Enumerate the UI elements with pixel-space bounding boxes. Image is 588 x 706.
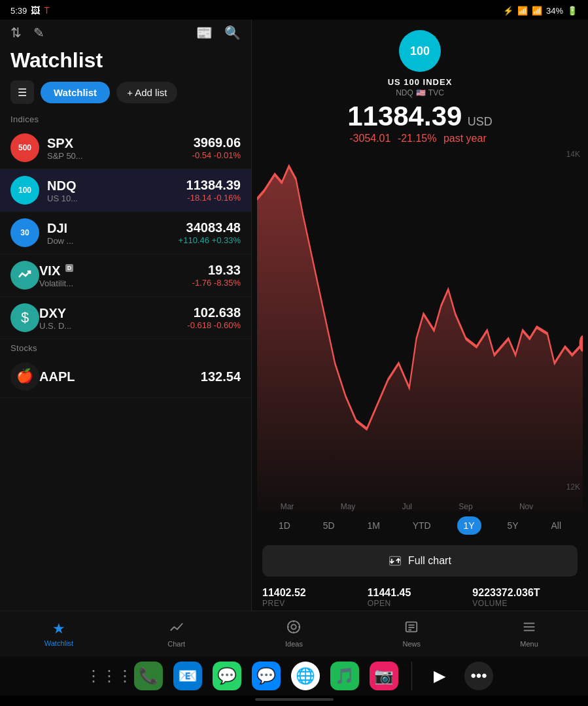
edit-icon[interactable]: ✎ (33, 25, 44, 41)
aapl-values: 132.54 (201, 369, 241, 384)
ideas-nav-label: Ideas (285, 640, 303, 648)
dji-info: DJI Dow ... (47, 220, 179, 246)
range-1m[interactable]: 1M (360, 516, 386, 535)
dock-grid[interactable]: ⋮⋮⋮ (95, 662, 124, 690)
vix-d-badge: D (65, 264, 74, 272)
dock-more[interactable]: ••• (464, 662, 493, 690)
svg-point-3 (288, 621, 300, 633)
nav-news[interactable]: News (353, 611, 470, 656)
list-item-ndq[interactable]: 100 NDQ US 10... 11384.39 -18.14 -0.16% (0, 169, 251, 212)
dock-camera[interactable]: 📷 (370, 662, 398, 690)
range-5d[interactable]: 5D (317, 516, 341, 535)
toolbar-right-icons: 📰 🔍 (196, 25, 241, 41)
dock-spotify[interactable]: 🎵 (330, 662, 359, 690)
price-chart (257, 150, 583, 511)
ndq-price: 11384.39 (186, 178, 241, 193)
status-tesla-icon: T (44, 5, 50, 16)
aapl-ticker: AAPL (39, 369, 201, 384)
nav-menu[interactable]: Menu (470, 611, 588, 656)
dji-ticker: DJI (47, 220, 179, 236)
stat-volume-value: 9223372.036T (472, 587, 578, 599)
range-ytd[interactable]: YTD (406, 516, 438, 535)
detail-badge: 100 (399, 30, 441, 72)
dock-divider (411, 662, 412, 690)
ndq-change: -18.14 -0.16% (186, 193, 241, 203)
status-bar: 5:39 🖼 T ⚡ 📶 📶 34% 🔋 (0, 0, 588, 20)
watchlist-panel: ⇅ ✎ 📰 🔍 Watchlist ☰ Watchlist + Add list… (0, 20, 252, 611)
list-item-aapl[interactable]: 🍎 AAPL 132.54 (0, 356, 251, 398)
ndq-info: NDQ US 10... (47, 178, 186, 203)
menu-nav-label: Menu (520, 640, 538, 648)
spx-info: SPX S&P 50... (47, 135, 192, 161)
detail-source-flag: 🇺🇸 (416, 88, 426, 97)
search-icon[interactable]: 🔍 (224, 25, 241, 41)
ndq-badge: 100 (10, 176, 39, 205)
dock-whatsapp[interactable]: 💬 (213, 662, 241, 690)
x-label-may: May (341, 502, 356, 511)
dock-chrome[interactable]: 🌐 (291, 662, 320, 690)
add-list-tab[interactable]: + Add list (116, 82, 177, 103)
watchlist-tab[interactable]: Watchlist (41, 82, 110, 103)
dxy-info: DXY U.S. D... (39, 305, 187, 331)
vix-change: -1.76 -8.35% (192, 278, 241, 288)
range-1y[interactable]: 1Y (457, 516, 481, 535)
detail-change-period: past year (443, 133, 487, 144)
spx-ticker: SPX (47, 135, 192, 151)
nav-chart[interactable]: Chart (118, 611, 235, 656)
battery-icon: 🔋 (567, 6, 578, 16)
status-left: 5:39 🖼 T (10, 5, 50, 16)
menu-nav-icon (522, 620, 536, 638)
sort-icon[interactable]: ⇅ (10, 25, 22, 41)
bluetooth-icon: ⚡ (503, 6, 513, 16)
svg-text:🍎: 🍎 (16, 368, 33, 384)
range-1d[interactable]: 1D (272, 516, 297, 535)
detail-change: -3054.01 -21.15% past year (349, 133, 490, 144)
dock-messenger[interactable]: 💬 (252, 662, 281, 690)
x-axis-labels: Mar May Jul Sep Nov (257, 502, 557, 511)
news-toolbar-icon[interactable]: 📰 (196, 25, 213, 41)
vix-values: 19.33 -1.76 -8.35% (192, 263, 241, 288)
status-gallery-icon: 🖼 (31, 5, 40, 16)
bottom-nav: ★ Watchlist Chart Ideas News Menu (0, 611, 588, 656)
detail-source: NDQ 🇺🇸 TVC (396, 88, 444, 97)
list-item-dxy[interactable]: $ DXY U.S. D... 102.638 -0.618 -0.60% (0, 297, 251, 339)
dxy-price: 102.638 (187, 305, 241, 320)
watchlist-nav-icon: ★ (52, 620, 65, 637)
watchlist-nav-label: Watchlist (44, 639, 73, 647)
ndq-values: 11384.39 -18.14 -0.16% (186, 178, 241, 203)
full-chart-label: Full chart (408, 555, 451, 567)
stat-volume: 9223372.036T VOLUME (472, 587, 578, 608)
dxy-name: U.S. D... (39, 321, 187, 331)
news-nav-icon (404, 620, 419, 638)
wifi-icon: 📶 (517, 6, 528, 16)
detail-panel: 100 US 100 INDEX NDQ 🇺🇸 TVC 11384.39 USD… (252, 20, 588, 611)
dock-outlook[interactable]: 📧 (173, 662, 202, 690)
menu-button[interactable]: ☰ (10, 80, 34, 104)
news-nav-label: News (403, 640, 421, 648)
list-item-vix[interactable]: VIX D Volatilit... 19.33 -1.76 -8.35% (0, 254, 251, 297)
vix-info: VIX D Volatilit... (39, 263, 192, 288)
dock-phone[interactable]: 📞 (134, 662, 163, 690)
nav-ideas[interactable]: Ideas (235, 611, 353, 656)
toolbar-left-icons: ⇅ ✎ (10, 25, 44, 41)
indices-label: Indices (0, 110, 251, 127)
chart-nav-label: Chart (167, 640, 185, 648)
dock-play[interactable]: ▶ (425, 662, 454, 690)
list-item-dji[interactable]: 30 DJI Dow ... 34083.48 +110.46 +0.33% (0, 212, 251, 254)
aapl-price: 132.54 (201, 369, 241, 384)
nav-watchlist[interactable]: ★ Watchlist (0, 611, 118, 656)
main-layout: ⇅ ✎ 📰 🔍 Watchlist ☰ Watchlist + Add list… (0, 20, 588, 611)
detail-source-ticker: NDQ (396, 88, 413, 97)
dji-badge: 30 (10, 218, 39, 247)
dxy-badge: $ (10, 303, 39, 332)
x-label-mar: Mar (281, 502, 294, 511)
signal-icon: 📶 (532, 6, 542, 16)
watchlist-tabs: ☰ Watchlist + Add list (0, 78, 251, 110)
status-time: 5:39 (10, 6, 27, 16)
svg-point-4 (292, 624, 296, 629)
range-all[interactable]: All (545, 516, 568, 535)
full-chart-button[interactable]: Full chart (262, 545, 578, 577)
x-label-jul: Jul (402, 502, 412, 511)
range-5y[interactable]: 5Y (501, 516, 525, 535)
list-item-spx[interactable]: 500 SPX S&P 50... 3969.06 -0.54 -0.01% (0, 127, 251, 169)
